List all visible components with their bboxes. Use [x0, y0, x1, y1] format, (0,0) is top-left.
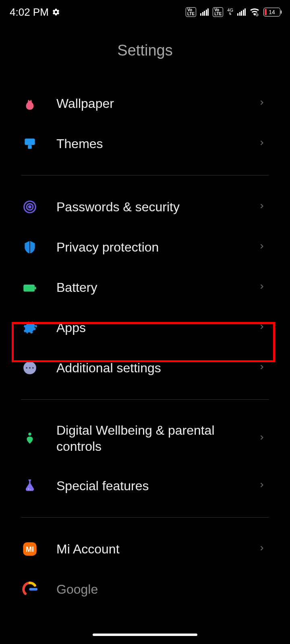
settings-item-wallpaper[interactable]: Wallpaper	[0, 83, 290, 124]
page-title: Settings	[0, 24, 290, 83]
apps-gear-icon	[21, 319, 39, 336]
flask-icon	[21, 477, 39, 495]
settings-item-digital-wellbeing[interactable]: Digital Wellbeing & parental controls	[0, 411, 290, 466]
chevron-right-icon	[258, 99, 266, 108]
divider	[21, 517, 269, 518]
battery-icon: 14	[263, 8, 280, 17]
divider	[21, 399, 269, 400]
themes-icon	[21, 135, 39, 153]
navigation-indicator[interactable]	[93, 634, 197, 636]
svg-rect-6	[23, 285, 35, 292]
svg-point-13	[28, 488, 29, 489]
item-label: Privacy protection	[56, 239, 258, 255]
item-label: Additional settings	[56, 360, 258, 376]
status-time: 4:02 PM	[10, 6, 49, 19]
svg-point-14	[30, 489, 31, 490]
shield-icon	[21, 238, 39, 256]
settings-list: Wallpaper Themes Passwords & security Pr…	[0, 83, 290, 598]
item-label: Wallpaper	[56, 95, 258, 111]
chevron-right-icon	[258, 242, 266, 252]
more-icon	[21, 359, 39, 377]
item-label: Themes	[56, 136, 258, 152]
status-left: 4:02 PM	[10, 6, 60, 19]
item-label: Mi Account	[56, 541, 258, 557]
svg-point-11	[32, 367, 34, 369]
svg-rect-7	[35, 287, 36, 289]
status-bar: 4:02 PM VoLTE VoLTE 4G⇅ 14	[0, 0, 290, 24]
settings-item-themes[interactable]: Themes	[0, 124, 290, 164]
fingerprint-icon	[21, 198, 39, 216]
gear-icon	[52, 8, 60, 16]
settings-item-google[interactable]: Google	[0, 569, 290, 598]
settings-item-additional-settings[interactable]: Additional settings	[0, 348, 290, 388]
google-icon	[21, 580, 39, 598]
signal-icon	[200, 8, 209, 16]
status-right: VoLTE VoLTE 4G⇅ 14	[186, 7, 280, 17]
svg-point-9	[26, 367, 27, 369]
svg-rect-2	[28, 145, 32, 149]
chevron-right-icon	[258, 363, 266, 373]
network-type: 4G⇅	[227, 8, 233, 16]
settings-item-mi-account[interactable]: MI Mi Account	[0, 529, 290, 569]
item-label: Google	[56, 581, 266, 597]
item-label: Apps	[56, 320, 258, 336]
settings-item-privacy-protection[interactable]: Privacy protection	[0, 227, 290, 267]
svg-point-0	[256, 14, 258, 16]
chevron-right-icon	[258, 544, 266, 554]
svg-point-10	[29, 367, 31, 369]
mi-icon: MI	[21, 540, 39, 558]
settings-item-passwords-security[interactable]: Passwords & security	[0, 187, 290, 227]
chevron-right-icon	[258, 283, 266, 292]
volte-icon: VoLTE	[213, 7, 223, 17]
wellbeing-icon	[21, 429, 39, 447]
divider	[21, 175, 269, 175]
wallpaper-icon	[21, 95, 39, 112]
settings-item-battery[interactable]: Battery	[0, 267, 290, 308]
battery-icon	[21, 279, 39, 296]
item-label: Special features	[56, 478, 258, 494]
signal-icon	[237, 8, 246, 16]
item-label: Digital Wellbeing & parental controls	[56, 422, 258, 454]
chevron-right-icon	[258, 202, 266, 212]
chevron-right-icon	[258, 433, 266, 443]
item-label: Battery	[56, 279, 258, 295]
svg-rect-1	[25, 138, 35, 145]
volte-icon: VoLTE	[186, 7, 196, 17]
svg-point-5	[29, 206, 31, 208]
chevron-right-icon	[258, 481, 266, 491]
svg-point-12	[28, 433, 31, 436]
chevron-right-icon	[258, 323, 266, 332]
wifi-icon	[250, 7, 259, 17]
item-label: Passwords & security	[56, 199, 258, 215]
chevron-right-icon	[258, 139, 266, 149]
settings-item-special-features[interactable]: Special features	[0, 466, 290, 506]
settings-item-apps[interactable]: Apps	[0, 308, 290, 348]
svg-text:MI: MI	[26, 545, 34, 553]
